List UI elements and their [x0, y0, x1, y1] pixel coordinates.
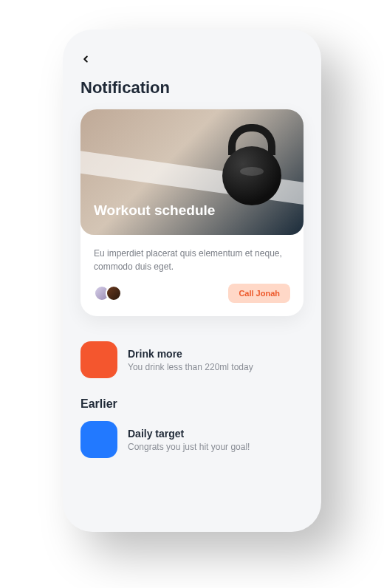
- avatar: [106, 285, 122, 301]
- section-heading-earlier: Earlier: [80, 397, 304, 411]
- notification-title: Daily target: [128, 428, 250, 440]
- notification-item[interactable]: Daily target Congrats you just hit your …: [80, 421, 304, 458]
- notification-item[interactable]: Drink more You drink less than 220ml tod…: [80, 341, 304, 378]
- notification-tile: [80, 341, 117, 378]
- kettlebell-illustration: [222, 126, 281, 185]
- notification-title: Drink more: [128, 348, 253, 360]
- hero-image: Workout schedule: [80, 109, 304, 235]
- featured-card[interactable]: Workout schedule Eu imperdiet placerat q…: [80, 109, 304, 316]
- avatar-group: [94, 285, 117, 301]
- page-title: Notification: [80, 78, 304, 98]
- notification-text: Drink more You drink less than 220ml tod…: [128, 348, 253, 372]
- notification-subtitle: You drink less than 220ml today: [128, 362, 253, 372]
- hero-title: Workout schedule: [94, 202, 215, 219]
- card-description: Eu imperdiet placerat quis elementum et …: [94, 247, 290, 273]
- notification-subtitle: Congrats you just hit your goal!: [128, 442, 250, 452]
- notification-tile: [80, 421, 117, 458]
- back-button[interactable]: [80, 50, 98, 68]
- notification-text: Daily target Congrats you just hit your …: [128, 428, 250, 452]
- card-footer: Call Jonah: [94, 284, 290, 303]
- call-button[interactable]: Call Jonah: [228, 284, 290, 303]
- card-body: Eu imperdiet placerat quis elementum et …: [80, 235, 304, 316]
- chevron-left-icon: [80, 54, 91, 64]
- phone-frame: Notification Workout schedule Eu imperdi…: [63, 30, 321, 532]
